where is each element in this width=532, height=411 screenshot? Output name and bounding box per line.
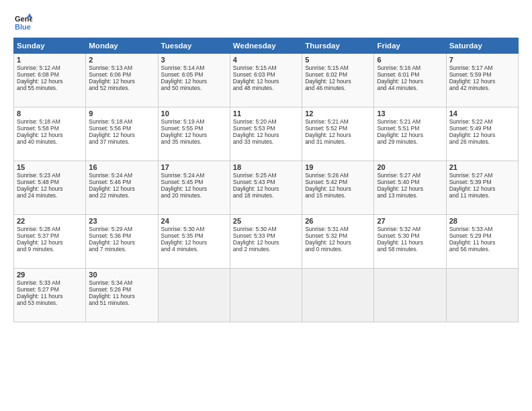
calendar-cell: 16Sunrise: 5:24 AMSunset: 5:46 PMDayligh… bbox=[86, 161, 158, 215]
cell-line: Daylight: 11 hours bbox=[89, 293, 154, 300]
cell-line: Sunrise: 5:32 AM bbox=[377, 226, 443, 232]
day-number: 29 bbox=[17, 271, 83, 279]
cell-line: Sunrise: 5:14 AM bbox=[161, 64, 227, 71]
cell-line: Daylight: 12 hours bbox=[17, 78, 83, 85]
day-number: 20 bbox=[377, 163, 443, 171]
cell-line: Daylight: 12 hours bbox=[305, 239, 371, 246]
calendar-cell: 5Sunrise: 5:15 AMSunset: 6:02 PMDaylight… bbox=[302, 54, 374, 107]
calendar-cell: 19Sunrise: 5:26 AMSunset: 5:42 PMDayligh… bbox=[302, 161, 374, 215]
cell-line: Sunrise: 5:24 AM bbox=[89, 172, 154, 179]
cell-line: and 31 minutes. bbox=[305, 138, 371, 145]
cell-line: Sunset: 6:03 PM bbox=[233, 71, 299, 78]
cell-line: and 15 minutes. bbox=[305, 192, 371, 199]
cell-line: Daylight: 12 hours bbox=[233, 132, 299, 138]
calendar-row-2: 15Sunrise: 5:23 AMSunset: 5:48 PMDayligh… bbox=[14, 161, 519, 215]
cell-line: Sunset: 6:08 PM bbox=[17, 71, 83, 78]
cell-line: and 48 minutes. bbox=[233, 85, 299, 91]
calendar-cell: 25Sunrise: 5:30 AMSunset: 5:33 PMDayligh… bbox=[230, 215, 302, 269]
cell-line: Sunset: 5:32 PM bbox=[305, 232, 371, 239]
cell-line: and 24 minutes. bbox=[17, 192, 83, 199]
cell-line: Sunset: 5:45 PM bbox=[161, 179, 227, 185]
cell-line: Sunset: 5:27 PM bbox=[17, 286, 83, 293]
day-number: 18 bbox=[233, 163, 299, 171]
calendar-cell: 26Sunrise: 5:31 AMSunset: 5:32 PMDayligh… bbox=[302, 215, 374, 269]
cell-line: Sunset: 5:53 PM bbox=[233, 125, 299, 132]
calendar-cell: 1Sunrise: 5:12 AMSunset: 6:08 PMDaylight… bbox=[14, 54, 86, 107]
cell-line: Daylight: 12 hours bbox=[449, 185, 515, 192]
day-number: 6 bbox=[377, 56, 443, 64]
cell-line: Sunrise: 5:27 AM bbox=[449, 172, 515, 179]
calendar-cell: 23Sunrise: 5:29 AMSunset: 5:36 PMDayligh… bbox=[86, 215, 158, 269]
calendar-cell bbox=[374, 269, 446, 322]
cell-line: Sunrise: 5:21 AM bbox=[305, 118, 371, 125]
cell-line: and 4 minutes. bbox=[161, 246, 227, 253]
cell-line: Sunrise: 5:23 AM bbox=[17, 172, 83, 179]
cell-line: and 29 minutes. bbox=[377, 138, 443, 145]
day-number: 13 bbox=[377, 109, 443, 118]
col-header-thursday: Thursday bbox=[302, 38, 374, 54]
day-number: 8 bbox=[17, 109, 83, 118]
calendar-table: SundayMondayTuesdayWednesdayThursdayFrid… bbox=[13, 38, 519, 322]
day-number: 9 bbox=[89, 109, 154, 118]
calendar-cell: 12Sunrise: 5:21 AMSunset: 5:52 PMDayligh… bbox=[302, 107, 374, 161]
cell-line: and 11 minutes. bbox=[449, 192, 515, 199]
cell-line: Daylight: 12 hours bbox=[161, 239, 227, 246]
day-number: 11 bbox=[233, 109, 299, 118]
calendar-cell: 10Sunrise: 5:19 AMSunset: 5:55 PMDayligh… bbox=[158, 107, 230, 161]
day-number: 23 bbox=[89, 217, 154, 225]
calendar-cell: 21Sunrise: 5:27 AMSunset: 5:39 PMDayligh… bbox=[446, 161, 518, 215]
day-number: 17 bbox=[161, 163, 227, 171]
cell-line: Daylight: 12 hours bbox=[233, 239, 299, 246]
calendar-cell: 18Sunrise: 5:25 AMSunset: 5:43 PMDayligh… bbox=[230, 161, 302, 215]
calendar-cell: 8Sunrise: 5:18 AMSunset: 5:58 PMDaylight… bbox=[14, 107, 86, 161]
cell-line: Sunrise: 5:20 AM bbox=[233, 118, 299, 125]
calendar-cell: 14Sunrise: 5:22 AMSunset: 5:49 PMDayligh… bbox=[446, 107, 518, 161]
cell-line: Daylight: 12 hours bbox=[17, 132, 83, 138]
calendar-cell: 15Sunrise: 5:23 AMSunset: 5:48 PMDayligh… bbox=[14, 161, 86, 215]
cell-line: Sunrise: 5:18 AM bbox=[17, 118, 83, 125]
cell-line: Sunrise: 5:13 AM bbox=[89, 64, 154, 71]
calendar-cell: 17Sunrise: 5:24 AMSunset: 5:45 PMDayligh… bbox=[158, 161, 230, 215]
col-header-monday: Monday bbox=[86, 38, 158, 54]
cell-line: Daylight: 12 hours bbox=[89, 239, 154, 246]
cell-line: and 18 minutes. bbox=[233, 192, 299, 199]
cell-line: Sunset: 5:51 PM bbox=[377, 125, 443, 132]
calendar-cell: 9Sunrise: 5:18 AMSunset: 5:56 PMDaylight… bbox=[86, 107, 158, 161]
cell-line: Sunset: 5:52 PM bbox=[305, 125, 371, 132]
cell-line: Daylight: 12 hours bbox=[161, 78, 227, 85]
cell-line: Daylight: 12 hours bbox=[17, 239, 83, 246]
day-number: 16 bbox=[89, 163, 154, 171]
cell-line: Sunrise: 5:33 AM bbox=[449, 226, 515, 232]
cell-line: Daylight: 12 hours bbox=[233, 78, 299, 85]
cell-line: and 52 minutes. bbox=[89, 85, 154, 91]
cell-line: Sunset: 5:58 PM bbox=[17, 125, 83, 132]
day-number: 2 bbox=[89, 56, 154, 64]
calendar-cell: 2Sunrise: 5:13 AMSunset: 6:06 PMDaylight… bbox=[86, 54, 158, 107]
cell-line: and 35 minutes. bbox=[161, 138, 227, 145]
calendar-cell: 20Sunrise: 5:27 AMSunset: 5:40 PMDayligh… bbox=[374, 161, 446, 215]
day-number: 10 bbox=[161, 109, 227, 118]
cell-line: Daylight: 12 hours bbox=[305, 78, 371, 85]
day-number: 26 bbox=[305, 217, 371, 225]
cell-line: Daylight: 11 hours bbox=[17, 293, 83, 300]
cell-line: Sunset: 5:55 PM bbox=[161, 125, 227, 132]
day-number: 22 bbox=[17, 217, 83, 225]
cell-line: and 46 minutes. bbox=[305, 85, 371, 91]
day-number: 3 bbox=[161, 56, 227, 64]
cell-line: Sunset: 6:01 PM bbox=[377, 71, 443, 78]
calendar-cell: 24Sunrise: 5:30 AMSunset: 5:35 PMDayligh… bbox=[158, 215, 230, 269]
cell-line: and 9 minutes. bbox=[17, 246, 83, 253]
cell-line: Sunrise: 5:16 AM bbox=[377, 64, 443, 71]
cell-line: and 56 minutes. bbox=[449, 246, 515, 253]
calendar-cell: 13Sunrise: 5:21 AMSunset: 5:51 PMDayligh… bbox=[374, 107, 446, 161]
calendar-cell bbox=[302, 269, 374, 322]
cell-line: Sunrise: 5:17 AM bbox=[449, 64, 515, 71]
calendar-row-3: 22Sunrise: 5:28 AMSunset: 5:37 PMDayligh… bbox=[14, 215, 519, 269]
col-header-friday: Friday bbox=[374, 38, 446, 54]
cell-line: Daylight: 12 hours bbox=[449, 78, 515, 85]
cell-line: Sunset: 5:35 PM bbox=[161, 232, 227, 239]
day-number: 27 bbox=[377, 217, 443, 225]
calendar-cell: 6Sunrise: 5:16 AMSunset: 6:01 PMDaylight… bbox=[374, 54, 446, 107]
cell-line: Sunrise: 5:34 AM bbox=[89, 279, 154, 286]
day-number: 25 bbox=[233, 217, 299, 225]
